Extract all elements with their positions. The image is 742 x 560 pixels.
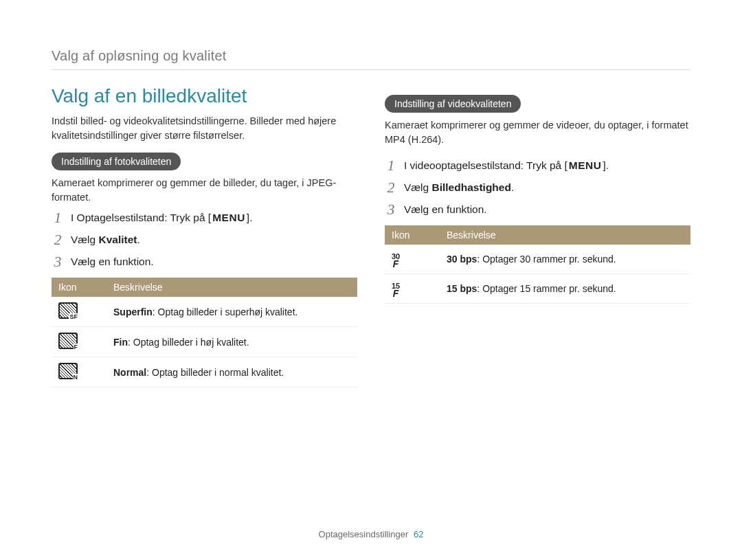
step-1: 1 I videooptagelsestilstand: Tryk på [ME… bbox=[385, 157, 690, 175]
step-bold: Billedhastighed bbox=[432, 181, 511, 193]
th-icon: Ikon bbox=[52, 278, 106, 297]
step-number: 3 bbox=[385, 201, 397, 219]
step-prefix: I Optagelsestilstand: Tryk på [ bbox=[71, 212, 211, 223]
desc-bold: Fin bbox=[113, 337, 128, 348]
quality-icon bbox=[58, 333, 78, 349]
step-suffix: . bbox=[137, 234, 140, 245]
photo-steps: 1 I Optagelsestilstand: Tryk på [MENU]. … bbox=[52, 209, 357, 271]
desc-cell: Fin: Optag billeder i høj kvalitet. bbox=[106, 327, 357, 357]
video-quality-desc: Kameraet komprimerer og gemmer de videoe… bbox=[385, 118, 690, 147]
video-quality-table: Ikon Beskrivelse 30F30 bps: Optager 30 r… bbox=[385, 225, 690, 304]
th-desc: Beskrivelse bbox=[440, 225, 690, 245]
photo-quality-heading: Indstilling af fotokvaliteten bbox=[52, 153, 181, 170]
table-row: Normal: Optag billeder i normal kvalitet… bbox=[52, 357, 357, 388]
step-prefix: Vælg bbox=[404, 181, 432, 193]
step-text: Vælg Billedhastighed. bbox=[404, 181, 514, 194]
step-suffix: ]. bbox=[603, 159, 609, 171]
photo-quality-table: Ikon Beskrivelse Superfin: Optag billede… bbox=[52, 278, 357, 388]
quality-icon-cell bbox=[52, 357, 106, 388]
step-3: 3 Vælg en funktion. bbox=[52, 253, 357, 271]
photo-quality-desc: Kameraet komprimerer og gemmer de billed… bbox=[52, 176, 357, 205]
desc-text: : Optager 30 rammer pr. sekund. bbox=[477, 254, 616, 265]
step-text: I Optagelsestilstand: Tryk på [MENU]. bbox=[71, 212, 252, 224]
footer: Optagelsesindstillinger 62 bbox=[0, 529, 742, 539]
desc-text: : Optag billeder i superhøj kvalitet. bbox=[153, 306, 298, 317]
menu-icon: MENU bbox=[211, 212, 247, 224]
th-icon: Ikon bbox=[385, 225, 440, 245]
page-number: 62 bbox=[414, 529, 423, 539]
desc-text: : Optag billeder i høj kvalitet. bbox=[128, 337, 249, 348]
step-3: 3 Vælg en funktion. bbox=[385, 201, 690, 219]
desc-bold: Normal bbox=[113, 367, 146, 378]
step-text: Vælg en funktion. bbox=[404, 203, 487, 216]
right-column: Indstilling af videokvaliteten Kameraet … bbox=[385, 85, 690, 388]
quality-icon bbox=[58, 302, 78, 319]
desc-text: : Optag billeder i normal kvalitet. bbox=[146, 367, 284, 378]
step-text: Vælg Kvalitet. bbox=[71, 234, 140, 246]
step-prefix: I videooptagelsestilstand: Tryk på [ bbox=[404, 159, 567, 171]
quality-icon-cell bbox=[52, 327, 106, 357]
table-row: 30F30 bps: Optager 30 rammer pr. sekund. bbox=[385, 245, 690, 273]
desc-cell: 15 bps: Optager 15 rammer pr. sekund. bbox=[440, 274, 690, 304]
desc-bold: 30 bps bbox=[447, 254, 477, 265]
fps-icon: 15F bbox=[392, 283, 400, 298]
quality-icon bbox=[58, 363, 78, 379]
table-row: Fin: Optag billeder i høj kvalitet. bbox=[52, 327, 357, 357]
fps-icon-cell: 15F bbox=[385, 274, 440, 304]
step-number: 1 bbox=[385, 157, 397, 175]
step-number: 3 bbox=[52, 253, 64, 271]
step-text: I videooptagelsestilstand: Tryk på [MENU… bbox=[404, 159, 609, 172]
footer-section: Optagelsesindstillinger bbox=[319, 529, 409, 539]
video-quality-heading: Indstilling af videokvaliteten bbox=[385, 95, 521, 113]
divider bbox=[52, 69, 690, 70]
step-suffix: ]. bbox=[247, 212, 253, 223]
page-title: Valg af en billedkvalitet bbox=[52, 85, 357, 107]
step-number: 2 bbox=[52, 231, 64, 249]
step-text: Vælg en funktion. bbox=[71, 256, 154, 268]
step-1: 1 I Optagelsestilstand: Tryk på [MENU]. bbox=[52, 209, 357, 227]
th-desc: Beskrivelse bbox=[106, 278, 357, 297]
desc-cell: Superfin: Optag billeder i superhøj kval… bbox=[106, 297, 357, 327]
desc-cell: 30 bps: Optager 30 rammer pr. sekund. bbox=[440, 245, 690, 273]
breadcrumb: Valg af opløsning og kvalitet bbox=[52, 48, 690, 64]
step-number: 1 bbox=[52, 209, 64, 227]
desc-cell: Normal: Optag billeder i normal kvalitet… bbox=[106, 357, 357, 388]
step-number: 2 bbox=[385, 179, 397, 197]
desc-text: : Optager 15 rammer pr. sekund. bbox=[477, 283, 616, 294]
columns: Valg af en billedkvalitet Indstil billed… bbox=[52, 85, 690, 388]
table-row: Superfin: Optag billeder i superhøj kval… bbox=[52, 297, 357, 327]
desc-bold: 15 bps bbox=[447, 283, 477, 294]
fps-icon-cell: 30F bbox=[385, 245, 440, 273]
intro-text: Indstil billed- og videokvalitetsindstil… bbox=[52, 114, 357, 143]
step-2: 2 Vælg Kvalitet. bbox=[52, 231, 357, 249]
step-2: 2 Vælg Billedhastighed. bbox=[385, 179, 690, 197]
step-suffix: . bbox=[511, 181, 514, 193]
desc-bold: Superfin bbox=[113, 306, 153, 317]
step-prefix: Vælg bbox=[71, 234, 99, 245]
page: Valg af opløsning og kvalitet Valg af en… bbox=[0, 0, 742, 560]
step-bold: Kvalitet bbox=[99, 234, 137, 245]
quality-icon-cell bbox=[52, 297, 106, 327]
video-steps: 1 I videooptagelsestilstand: Tryk på [ME… bbox=[385, 157, 690, 219]
menu-icon: MENU bbox=[567, 159, 603, 172]
left-column: Valg af en billedkvalitet Indstil billed… bbox=[52, 85, 357, 388]
table-row: 15F15 bps: Optager 15 rammer pr. sekund. bbox=[385, 274, 690, 304]
fps-icon: 30F bbox=[392, 254, 400, 268]
